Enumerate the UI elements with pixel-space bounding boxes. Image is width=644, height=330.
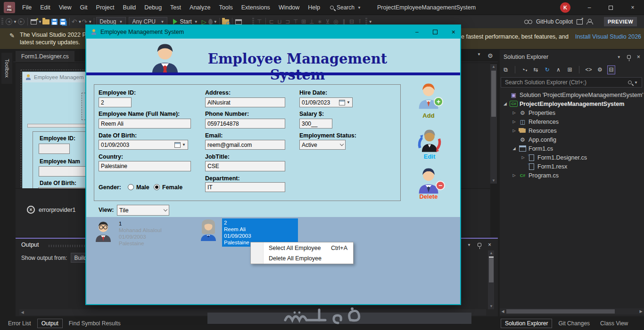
minimize-button[interactable]: – <box>580 0 599 15</box>
tool-window-tab[interactable]: Find Symbol Results <box>65 319 125 328</box>
menu-item[interactable]: Extensions <box>237 0 274 15</box>
align-middles-icon[interactable]: ⊞ <box>300 18 308 25</box>
toolbox-tab[interactable]: Toolbox <box>1 53 12 84</box>
account-icon[interactable] <box>586 19 592 24</box>
expander-icon[interactable]: ▷ <box>512 111 517 115</box>
align-centers-icon[interactable]: ⊔ <box>276 18 284 25</box>
employee-name-field[interactable]: Reem Ali <box>99 119 191 129</box>
menu-item[interactable]: View <box>55 0 76 15</box>
delete-button-label[interactable]: Delete <box>415 193 442 200</box>
collapse-all-icon[interactable]: ∧ <box>554 65 562 74</box>
menu-item[interactable]: Tools <box>215 0 237 15</box>
scroll-left-icon[interactable]: ◀ <box>19 309 25 315</box>
app-close-button[interactable]: × <box>452 28 455 36</box>
designer-textbox[interactable] <box>39 144 70 154</box>
menu-item[interactable]: Debug <box>140 0 166 15</box>
scroll-left-icon[interactable]: ◀ <box>500 308 506 314</box>
open-file-button[interactable] <box>42 16 50 27</box>
expander-icon[interactable]: ◢ <box>512 146 517 151</box>
chevron-down-icon[interactable]: ▼ <box>13 20 17 24</box>
scroll-down-icon[interactable]: ▼ <box>488 304 495 309</box>
tree-item[interactable]: ◢ ProjectEmployeeManagementSystem <box>500 99 644 108</box>
employee-id-field[interactable]: 2 <box>99 97 132 107</box>
show-all-files-icon[interactable]: ⊟ <box>607 65 615 74</box>
new-project-button[interactable] <box>30 16 38 27</box>
app-minimize-button[interactable]: – <box>415 29 419 35</box>
pending-changes-filter-icon[interactable]: ◔ <box>520 65 528 74</box>
navigate-forward-button[interactable]: ▶ <box>17 16 25 27</box>
properties-icon[interactable]: ⚙ <box>596 65 604 74</box>
menu-item[interactable]: Analyze <box>185 0 215 15</box>
edit-button-label[interactable]: Edit <box>416 153 443 160</box>
chevron-down-icon[interactable]: ▼ <box>182 143 186 147</box>
make-same-height-icon[interactable]: ◎ <box>332 18 340 25</box>
gender-male-radio[interactable] <box>128 184 134 190</box>
scrollbar-thumb[interactable] <box>489 257 494 282</box>
add-button-label[interactable]: Add <box>415 112 442 119</box>
expander-icon[interactable]: ▷ <box>512 120 517 124</box>
scroll-up-icon[interactable]: ▲ <box>490 64 497 70</box>
expander-icon[interactable]: ◢ <box>503 102 508 106</box>
document-tab[interactable]: Form1.Designer.cs <box>16 51 74 62</box>
share-icon[interactable] <box>577 19 583 24</box>
Mohanad Alsaloul[interactable]: 1 Mohanad Alsaloul 01/09/2003 Palestaine <box>93 219 193 248</box>
menu-item[interactable]: Edit <box>36 0 55 15</box>
expander-icon[interactable]: ▷ <box>512 173 517 177</box>
output-vertical-scrollbar[interactable]: ▲ ▼ <box>488 250 494 309</box>
sync-with-active-document-icon[interactable]: ⇆ <box>532 65 540 74</box>
menu-item[interactable]: Help <box>304 0 324 15</box>
view-switcher-icon[interactable]: ⧉ <box>502 65 510 74</box>
delete-button[interactable]: − <box>415 164 442 194</box>
menu-item[interactable]: File <box>18 0 36 15</box>
copilot-label[interactable]: GitHub Copilot <box>536 18 573 25</box>
tree-item[interactable]: ▷ Resources <box>500 126 644 135</box>
tree-item[interactable]: ▷ Program.cs <box>500 171 644 180</box>
make-same-width-icon[interactable]: ∗ <box>316 18 324 25</box>
solution-explorer-horizontal-scrollbar[interactable]: ◀ ▶ <box>500 308 644 314</box>
window-position-dropdown-icon[interactable]: ▼ <box>467 243 471 247</box>
align-lefts-icon[interactable]: ⊏ <box>268 18 276 25</box>
tree-item[interactable]: ▷ Properties <box>500 108 644 117</box>
menu-item[interactable]: Build <box>118 0 140 15</box>
window-position-dropdown-icon[interactable]: ▼ <box>617 55 621 59</box>
chevron-down-icon[interactable]: ▼ <box>347 100 350 105</box>
toolbar-grip[interactable] <box>1 18 3 25</box>
maximize-button[interactable] <box>601 0 620 15</box>
date-of-birth-picker[interactable]: 01/09/2003 ▼ <box>99 140 188 150</box>
menu-item[interactable]: Project <box>92 0 119 15</box>
app-maximize-button[interactable] <box>433 30 438 34</box>
tool-window-tab[interactable]: Output <box>37 319 63 328</box>
gender-male-label[interactable]: Male <box>136 184 149 191</box>
phone-field[interactable]: 0597164878 <box>205 119 285 129</box>
solution-explorer-search[interactable]: Search Solution Explorer (Ctrl+;) ▼ <box>501 77 642 88</box>
editor-vertical-scrollbar[interactable]: ▲ ▼ <box>490 64 497 184</box>
tree-item[interactable]: Solution 'ProjectEmployeeManagementSyste… <box>500 90 644 99</box>
salary-field[interactable]: 300__ <box>299 119 332 129</box>
scroll-right-icon[interactable]: ▶ <box>638 308 644 314</box>
align-bottoms-icon[interactable]: ⊥ <box>308 18 316 25</box>
bring-to-front-icon[interactable]: ⊺ <box>356 18 364 25</box>
gender-female-radio[interactable] <box>154 184 160 190</box>
scroll-up-icon[interactable]: ▲ <box>488 250 495 256</box>
scroll-down-icon[interactable]: ▼ <box>490 178 497 184</box>
employee-list[interactable]: 1 Mohanad Alsaloul 01/09/2003 Palestaine <box>86 217 460 304</box>
search-control[interactable]: Search ▼ <box>330 0 361 15</box>
menu-item[interactable]: Window <box>274 0 304 15</box>
app-titlebar[interactable]: Employee Management System – × <box>86 25 460 39</box>
tree-item[interactable]: App.config <box>500 135 644 144</box>
scrollbar-thumb[interactable] <box>491 71 496 117</box>
gear-icon[interactable]: ⚙ <box>487 52 493 59</box>
tree-item[interactable]: ▷ References <box>500 117 644 126</box>
install-vs-link[interactable]: Install Visual Studio 2026 <box>575 33 641 40</box>
gender-female-label[interactable]: Female <box>162 184 182 191</box>
hire-date-picker[interactable]: 01/09/2023 ▼ <box>299 97 353 107</box>
add-button[interactable]: + <box>415 79 442 109</box>
user-avatar[interactable]: K <box>560 2 570 13</box>
align-tops-icon[interactable]: ⊤ <box>292 18 300 25</box>
undo-button[interactable]: ↶▼ <box>72 16 82 27</box>
tree-item[interactable]: ▷ Form1.Designer.cs <box>500 153 644 162</box>
align-rights-icon[interactable]: ⊐ <box>284 18 292 25</box>
tab-list-dropdown-icon[interactable]: ▼ <box>477 52 481 56</box>
employment-status-dropdown[interactable]: Active <box>299 140 346 150</box>
preview-selected-items-icon[interactable]: ⊞ <box>566 65 574 74</box>
